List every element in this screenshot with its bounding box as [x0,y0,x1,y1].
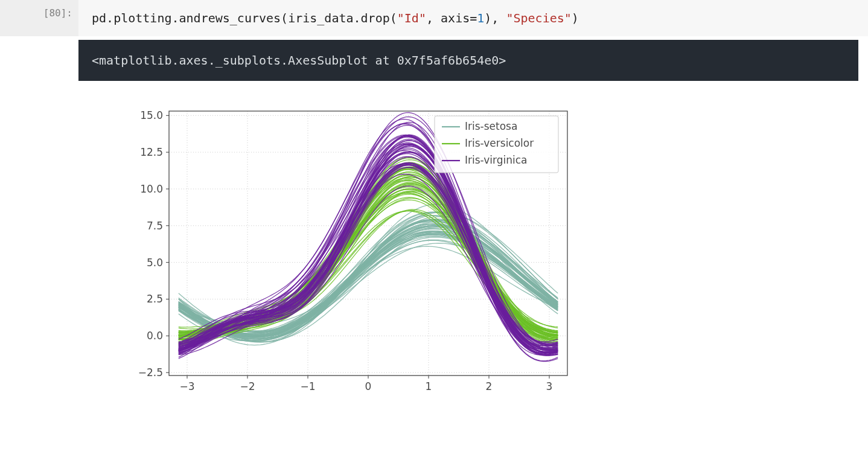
input-prompt: [80]: [0,0,78,36]
ytick-label: 2.5 [147,293,163,305]
xtick-label: 0 [365,380,372,392]
xtick-label: −3 [179,380,194,392]
ytick-label: 5.0 [147,257,163,269]
plot-output: −2.50.02.55.07.510.012.515.0−3−2−10123Ir… [78,99,868,401]
ytick-label: 15.0 [140,109,163,121]
ytick-label: 10.0 [140,183,163,195]
legend-label: Iris-versicolor [465,137,534,149]
ytick-label: 0.0 [147,330,163,342]
xtick-label: −2 [240,380,255,392]
code-cell: [80]: pd.plotting.andrews_curves(iris_da… [0,0,868,36]
xtick-label: 3 [546,380,553,392]
output-cell: <matplotlib.axes._subplots.AxesSubplot a… [0,40,868,81]
legend-label: Iris-virginica [465,154,528,166]
xtick-label: −1 [300,380,315,392]
andrews-curves-chart: −2.50.02.55.07.510.012.515.0−3−2−10123Ir… [115,99,579,401]
ytick-label: 7.5 [147,220,163,232]
ytick-label: −2.5 [138,366,163,379]
xtick-label: 2 [486,380,493,392]
xtick-label: 1 [426,380,432,392]
legend-label: Iris-setosa [465,120,517,132]
plot-cell: −2.50.02.55.07.510.012.515.0−3−2−10123Ir… [0,99,868,401]
output-repr: <matplotlib.axes._subplots.AxesSubplot a… [78,40,858,81]
plot-prompt [0,99,78,401]
ytick-label: 12.5 [140,146,163,158]
notebook: [80]: pd.plotting.andrews_curves(iris_da… [0,0,868,401]
output-prompt [0,40,78,81]
code-input[interactable]: pd.plotting.andrews_curves(iris_data.dro… [78,0,868,36]
